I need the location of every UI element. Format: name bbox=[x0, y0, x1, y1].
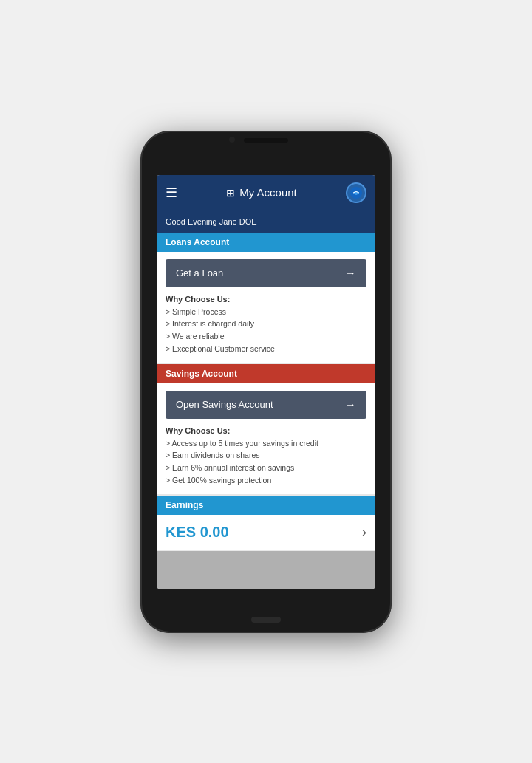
open-savings-label: Open Savings Account bbox=[176, 399, 273, 410]
loans-reason-2: > Interest is charged daily bbox=[166, 318, 366, 330]
loans-reason-3: > We are reliable bbox=[166, 330, 366, 343]
get-loan-arrow: → bbox=[344, 267, 356, 280]
savings-reason-1: > Access up to 5 times your savings in c… bbox=[166, 437, 366, 450]
phone-home-button[interactable] bbox=[251, 617, 281, 623]
header-title-area: ⊞ My Account bbox=[226, 186, 297, 199]
menu-icon[interactable]: ☰ bbox=[166, 186, 177, 199]
savings-why-title: Why Choose Us: bbox=[166, 426, 366, 435]
savings-reason-2: > Earn dividends on shares bbox=[166, 449, 366, 462]
scroll-content[interactable]: Loans Account Get a Loan → Why Choose Us… bbox=[157, 233, 375, 589]
savings-section: Savings Account Open Savings Account → W… bbox=[157, 364, 375, 494]
open-savings-button[interactable]: Open Savings Account → bbox=[166, 391, 366, 419]
loans-section: Loans Account Get a Loan → Why Choose Us… bbox=[157, 233, 375, 363]
greeting-bar: Good Evening Jane DOE bbox=[157, 211, 375, 233]
earnings-section-header: Earnings bbox=[157, 496, 375, 515]
app-logo[interactable] bbox=[346, 182, 366, 203]
loans-section-body: Get a Loan → Why Choose Us: > Simple Pro… bbox=[157, 252, 375, 363]
loans-reason-4: > Exceptional Customer service bbox=[166, 343, 366, 355]
earnings-amount: KES 0.00 bbox=[166, 524, 229, 541]
open-savings-arrow: → bbox=[344, 398, 356, 411]
savings-section-header: Savings Account bbox=[157, 364, 375, 383]
earnings-section-body[interactable]: KES 0.00 › bbox=[157, 515, 375, 550]
savings-reason-4: > Get 100% savings protection bbox=[166, 474, 366, 487]
loans-section-header: Loans Account bbox=[157, 233, 375, 252]
app-header: ☰ ⊞ My Account bbox=[157, 175, 375, 211]
earnings-chevron-icon: › bbox=[362, 524, 366, 540]
savings-reason-3: > Earn 6% annual interest on savings bbox=[166, 462, 366, 474]
bottom-gray-area bbox=[157, 551, 375, 589]
app-title: My Account bbox=[239, 186, 297, 199]
grid-icon: ⊞ bbox=[226, 187, 235, 199]
greeting-text: Good Evening Jane DOE bbox=[166, 217, 257, 226]
phone-speaker bbox=[244, 138, 288, 143]
get-loan-button[interactable]: Get a Loan → bbox=[166, 259, 366, 287]
loans-why-title: Why Choose Us: bbox=[166, 295, 366, 304]
phone-device: ☰ ⊞ My Account Good Evening Jane DOE Loa… bbox=[140, 131, 392, 633]
savings-section-body: Open Savings Account → Why Choose Us: > … bbox=[157, 383, 375, 494]
get-loan-label: Get a Loan bbox=[176, 267, 223, 278]
phone-screen: ☰ ⊞ My Account Good Evening Jane DOE Loa… bbox=[157, 175, 375, 589]
earnings-section: Earnings KES 0.00 › bbox=[157, 496, 375, 550]
loans-reason-1: > Simple Process bbox=[166, 306, 366, 318]
phone-camera bbox=[229, 137, 235, 143]
